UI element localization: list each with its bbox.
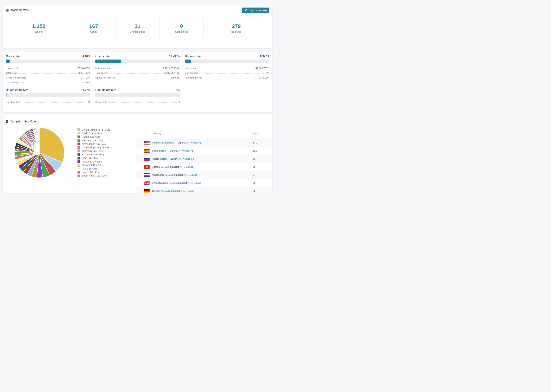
stat-bounces-value: 279 (232, 23, 241, 29)
geo-table-header-row: Country Total (136, 128, 272, 139)
details-link[interactable]: Details › (160, 158, 169, 160)
export-unique-link[interactable]: Unique › (187, 190, 196, 192)
rate-detail-row: Click through rate4.147% (6, 80, 90, 84)
campaign-geo-opens-header: Campaign Geo Opens (3, 115, 272, 128)
rate-detail-row: Total clicks220 / 5.87% (6, 70, 90, 75)
stat-unsubscribes: 31 Unsubscribes (115, 17, 160, 39)
legend-swatch (77, 142, 80, 145)
rate-detail-row: Clicks to opens rate14.497% (6, 75, 90, 80)
rate-progress-fill (95, 60, 121, 63)
dotted-leader (117, 78, 170, 78)
stat-bounces-label: Bounces (231, 30, 241, 33)
details-link[interactable]: Details › (170, 182, 178, 184)
es-flag-icon (144, 149, 149, 153)
legend-swatch (77, 167, 80, 170)
stat-opens-label: Opens (35, 30, 42, 33)
legend-swatch (77, 132, 80, 135)
rates-empty-cell (185, 89, 269, 104)
geo-table-body: United States [Details ›] [Export: All ›… (136, 139, 272, 193)
rate-title: Clicks rate (6, 55, 20, 58)
legend-swatch (77, 160, 80, 163)
legend-label: Canada ( 40 / 2% ) (82, 164, 103, 166)
export-unique-link[interactable]: Unique › (183, 149, 192, 152)
country-cell: United Kingdom [Details ›] [Export: All … (152, 182, 203, 184)
export-all-link[interactable]: All › (177, 149, 181, 152)
rate-value: 0% (176, 89, 180, 92)
rate-progress-fill (6, 60, 10, 63)
rate-detail-row: Total opens2,303 / 61.446% (95, 70, 180, 75)
geo-table-row-nl: Netherlands [Details ›] [Export: All › /… (136, 171, 272, 179)
stat-unsubscribes-label: Unsubscribes (130, 30, 145, 33)
country-cell: Germany [Details ›] [Export: All › / Uni… (152, 190, 196, 192)
gb-flag-icon (144, 181, 149, 185)
geo-table-header-total: Total (253, 132, 258, 135)
export-button-label: Export basic stats (249, 9, 267, 12)
legend-label: Russia ( 86 / 5% ) (82, 135, 101, 138)
dotted-leader (201, 69, 253, 69)
details-link[interactable]: Details › (159, 149, 168, 152)
stat-clicks-label: Clicks (90, 30, 97, 33)
geo-table-row-us: United States [Details ›] [Export: All ›… (136, 139, 272, 147)
stat-opens: 1,152 Opens (6, 17, 72, 39)
rate-title: Complaints rate (95, 89, 116, 92)
details-link[interactable]: Details › (167, 141, 176, 144)
rate-progress-fill (185, 60, 191, 63)
rate-detail-row: Hard bounces242 / 86.738% (185, 65, 269, 70)
export-all-link[interactable]: All › (188, 182, 192, 184)
legend-swatch (77, 157, 80, 160)
geo-table-row-ru: Russia [Details ›] [Export: All › / Uniq… (136, 155, 272, 163)
export-all-link[interactable]: All › (181, 190, 185, 192)
stat-bounces: 279 Bounces (204, 17, 269, 39)
page: Tracking stats Export basic stats 1,152 … (0, 0, 276, 196)
dotted-leader (203, 78, 257, 78)
pie-slice (39, 128, 39, 153)
export-all-link[interactable]: All › (178, 158, 182, 160)
legend-swatch (77, 146, 80, 149)
rate-detail-row: Unique clicks167 / 4.456% (6, 65, 90, 70)
rate-progress-fill (6, 93, 7, 97)
rate-value: 4.46% (83, 55, 90, 58)
legend-item: Vietnam ( 79 / 5% ) (77, 139, 112, 142)
vn-flag-icon (144, 165, 149, 169)
legend-label: United States ( 541 / 31% ) (82, 128, 112, 131)
legend-swatch (77, 164, 80, 167)
legend-label: Vietnam ( 79 / 5% ) (82, 139, 103, 142)
export-unique-link[interactable]: Unique › (186, 166, 195, 168)
rate-value: 0.77% (83, 89, 90, 92)
export-unique-link[interactable]: Unique › (184, 158, 193, 160)
ru-flag-icon (144, 157, 149, 161)
details-link[interactable]: Details › (162, 166, 170, 168)
rate-title: Opens rate (95, 55, 110, 58)
campaign-geo-opens-card: Campaign Geo Opens United States ( 541 /… (3, 115, 272, 193)
details-link[interactable]: Details › (163, 190, 171, 192)
legend-item: Russia ( 86 / 5% ) (77, 135, 112, 139)
geo-table-row-es: Spain [Details ›] [Export: All › / Uniqu… (136, 147, 272, 155)
legend-item: France ( 42 / 2% ) (77, 160, 112, 163)
rate-value: 30.736% (169, 55, 180, 58)
export-unique-link[interactable]: Unique › (191, 141, 200, 144)
geo-table: Country Total United States [Details ›] … (136, 128, 272, 193)
details-link[interactable]: Details › (166, 174, 174, 176)
export-basic-stats-button[interactable]: Export basic stats (242, 7, 269, 13)
rate-progress-bar (95, 60, 180, 63)
export-all-link[interactable]: All › (185, 141, 189, 144)
legend-swatch (77, 139, 80, 142)
export-all-link[interactable]: All › (184, 174, 188, 176)
export-all-link[interactable]: All › (180, 166, 184, 168)
us-flag-icon (144, 141, 149, 145)
geo-table-row-gb: United Kingdom [Details ›] [Export: All … (136, 179, 272, 187)
tracking-stats-card: Tracking stats Export basic stats 1,152 … (3, 6, 272, 48)
geo-pie-chart (14, 127, 65, 178)
stat-unsubscribes-value: 31 (135, 23, 141, 29)
rate-progress-bar (185, 60, 269, 63)
legend-swatch (77, 149, 80, 152)
export-unique-link[interactable]: Unique › (194, 182, 203, 184)
export-unique-link[interactable]: Unique › (190, 174, 198, 176)
legend-item: Brazil ( 33 / 2% ) (77, 170, 112, 174)
dotted-leader (111, 69, 162, 69)
rate-progress-bar (6, 60, 90, 63)
campaign-geo-opens-title: Campaign Geo Opens (10, 120, 39, 123)
legend-label: Italy ( 36 / 2% ) (82, 167, 99, 170)
dotted-leader (108, 73, 162, 74)
rate-detail-row: Soft bounces18 / 0% (185, 70, 269, 75)
